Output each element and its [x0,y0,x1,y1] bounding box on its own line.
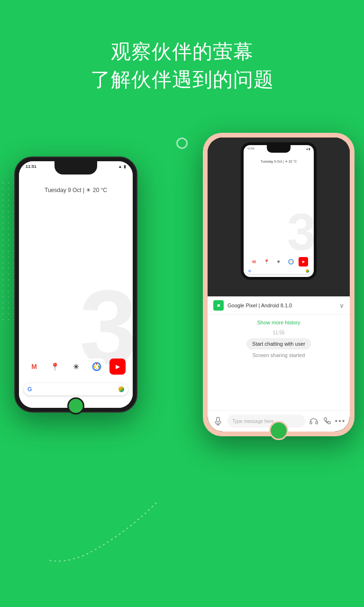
battery-icon: ▮ [124,164,126,169]
chat-header: ■ Google Pixel | Android 8.1.0 ∨ [208,296,350,315]
mirrored-big-number: 3 [287,206,316,258]
app-icon-photos: ✳ [68,359,84,375]
screen-sharing-text: Screen sharing started [213,352,344,358]
microphone-button[interactable] [212,415,224,427]
google-mic-icon [118,386,124,392]
phone-right-screen: 11:51 ▲▮ Tuesday 9 Oct | ☀ 20 °C 3 M 📍 ✳ [208,138,350,432]
phone-left-google-search: G [24,383,128,395]
mirrored-gmail-icon: M [249,257,259,267]
mirrored-signal: ▲▮ [306,147,310,150]
mirrored-phone: 11:51 ▲▮ Tuesday 9 Oct | ☀ 20 °C 3 M 📍 ✳ [241,142,317,280]
mirrored-maps-icon: 📍 [262,257,271,267]
mirrored-time: 11:51 [247,147,255,150]
more-options-icon[interactable]: ••• [336,416,345,426]
app-icon-youtube: ▶ [109,359,126,375]
show-history-link[interactable]: Show more history [213,318,344,327]
phone-right: 11:51 ▲▮ Tuesday 9 Oct | ☀ 20 °C 3 M 📍 ✳ [203,133,355,436]
chat-body: Show more history 11:55 Start chatting w… [208,315,350,410]
phone-left-time: 11:51 [26,164,36,169]
mirrored-screen-content: 11:51 ▲▮ Tuesday 9 Oct | ☀ 20 °C 3 M 📍 ✳ [244,145,314,277]
message-placeholder: Type message here [232,419,274,424]
chrome-icon [92,362,101,371]
phone-left-home-button[interactable] [67,397,84,414]
svg-rect-4 [217,417,219,422]
background: 观察伙伴的萤幕 了解伙伴遇到的问题 11:51 ▲ ▮ Tuesday 9 Oc… [0,0,364,607]
dots-decoration-curve [38,498,180,569]
headset-icon[interactable] [309,416,318,426]
svg-rect-8 [316,422,318,424]
phone-left-screen: 11:51 ▲ ▮ Tuesday 9 Oct | ☀ 20 °C 3 M 📍 … [19,161,133,408]
header-block: 观察伙伴的萤幕 了解伙伴遇到的问题 [0,38,364,94]
phone-left-status-icons: ▲ ▮ [118,164,126,169]
mirrored-app-icons: M 📍 ✳ ▶ [244,257,314,267]
gmail-icon: M [31,363,37,370]
microphone-icon [215,417,221,425]
app-icon-chrome [89,359,105,375]
phone-left-frame: 11:51 ▲ ▮ Tuesday 9 Oct | ☀ 20 °C 3 M 📍 … [14,156,137,413]
chevron-down-icon[interactable]: ∨ [339,302,344,309]
mirrored-photos-icon: ✳ [274,257,283,267]
phone-right-frame: 11:51 ▲▮ Tuesday 9 Oct | ☀ 20 °C 3 M 📍 ✳ [203,133,355,436]
header-title: 观察伙伴的萤幕 了解伙伴遇到的问题 [0,38,364,94]
phone-right-screen-content: 11:51 ▲▮ Tuesday 9 Oct | ☀ 20 °C 3 M 📍 ✳ [208,138,350,299]
message-input[interactable]: Type message here [228,414,305,428]
mirrored-chrome-icon [286,257,296,267]
phone-right-home-button[interactable] [269,421,288,440]
mirrored-search-bar: G [246,267,311,274]
circle-indicator [176,138,188,149]
youtube-icon: ▶ [116,363,120,370]
chat-bubble-start: Start chatting with user [246,338,311,349]
phone-icon[interactable] [322,416,332,426]
phone-left-notch [55,161,97,175]
chat-actions: ••• [309,416,345,426]
app-icon-gmail: M [26,359,42,375]
mirrored-youtube-icon: ▶ [299,257,308,267]
maps-icon: 📍 [50,362,60,371]
photos-icon: ✳ [73,362,79,371]
wifi-icon: ▲ [118,164,122,169]
phone-left-date-weather: Tuesday 9 Oct | ☀ 20 °C [19,187,133,193]
chat-timestamp: 11:55 [213,330,344,335]
mirrored-notch [267,145,291,153]
chat-panel: ■ Google Pixel | Android 8.1.0 ∨ Show mo… [208,296,350,432]
chat-header-icon: ■ [213,300,224,311]
svg-rect-7 [310,422,312,424]
phone-left-app-icons: M 📍 ✳ ▶ [19,359,133,375]
svg-point-1 [95,365,99,368]
chat-device-info: Google Pixel | Android 8.1.0 [228,303,292,308]
google-logo: G [27,386,32,393]
mirrored-date-weather: Tuesday 9 Oct | ☀ 20 °C [244,160,314,164]
phone-left: 11:51 ▲ ▮ Tuesday 9 Oct | ☀ 20 °C 3 M 📍 … [14,156,137,413]
svg-point-3 [290,261,292,263]
app-icon-maps: 📍 [47,359,63,375]
